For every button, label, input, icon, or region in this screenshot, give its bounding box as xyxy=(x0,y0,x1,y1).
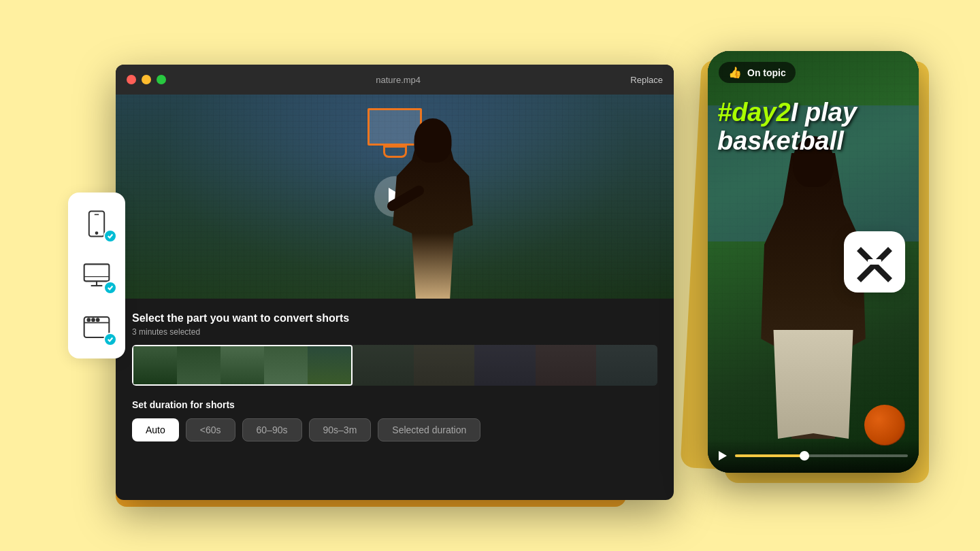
frame-3 xyxy=(220,346,264,384)
frame-7 xyxy=(414,345,475,386)
device-item-mobile[interactable] xyxy=(79,206,114,241)
video-editor-window: nature.mp4 Replace xyxy=(116,65,674,500)
minimize-button[interactable] xyxy=(142,75,151,84)
file-name: nature.mp4 xyxy=(376,75,421,85)
duration-auto-button[interactable]: Auto xyxy=(132,418,179,441)
device-item-desktop[interactable] xyxy=(79,258,114,293)
desktop-check-badge xyxy=(103,281,117,295)
maximize-button[interactable] xyxy=(157,75,166,84)
hashtag-symbol: # xyxy=(717,98,732,127)
progress-fill xyxy=(735,454,804,457)
video-controls-area: Select the part you want to convert shor… xyxy=(116,299,674,455)
device-item-browser[interactable] xyxy=(79,310,114,345)
duration-buttons: Auto <60s 60–90s 90s–3m Selected duratio… xyxy=(132,418,657,441)
duration-60-90-button[interactable]: 60–90s xyxy=(242,418,302,441)
svg-point-10 xyxy=(92,318,95,321)
select-subtitle: 3 minutes selected xyxy=(132,327,657,337)
device-sidebar xyxy=(68,193,125,358)
frame-2 xyxy=(177,346,220,384)
phone-athlete-shorts xyxy=(769,330,858,439)
duration-selected-button[interactable]: Selected duration xyxy=(378,418,480,441)
video-preview xyxy=(116,95,674,299)
basketball-line-1 xyxy=(864,405,905,446)
check-icon-2 xyxy=(107,284,114,291)
phone-preview-container: 👍 On topic #day2I play basketball xyxy=(708,51,919,473)
selected-frames xyxy=(133,346,351,384)
frame-8 xyxy=(474,345,536,386)
timeline-strip[interactable] xyxy=(132,345,657,386)
on-topic-text: On topic xyxy=(747,67,786,78)
check-icon-3 xyxy=(107,336,114,343)
athlete-figure xyxy=(338,122,528,299)
capcut-logo xyxy=(844,231,905,293)
hashtag-line: #day2I play basketball xyxy=(717,99,909,156)
window-controls xyxy=(127,75,166,84)
phone-play-button[interactable] xyxy=(719,451,727,461)
timeline-rest xyxy=(353,345,657,386)
window-titlebar: nature.mp4 Replace xyxy=(116,65,674,95)
frame-9 xyxy=(536,345,597,386)
select-title: Select the part you want to convert shor… xyxy=(132,312,657,324)
on-topic-badge: 👍 On topic xyxy=(719,62,796,83)
phone-hashtag-overlay: #day2I play basketball xyxy=(717,99,909,156)
svg-point-2 xyxy=(95,232,97,234)
timeline-selected-region[interactable] xyxy=(132,345,353,386)
frame-5 xyxy=(308,346,351,384)
main-container: nature.mp4 Replace xyxy=(48,31,932,520)
svg-rect-12 xyxy=(868,259,881,265)
hashtag-day-text: day2 xyxy=(732,98,791,127)
frame-6 xyxy=(353,345,414,386)
frame-4 xyxy=(264,346,308,384)
svg-point-11 xyxy=(97,318,99,321)
athlete-head xyxy=(414,118,452,163)
replace-button[interactable]: Replace xyxy=(630,75,663,85)
frame-1 xyxy=(133,346,177,384)
svg-point-9 xyxy=(87,318,90,321)
frame-10 xyxy=(596,345,657,386)
duration-90-3m-button[interactable]: 90s–3m xyxy=(309,418,372,441)
check-icon xyxy=(107,233,114,239)
capcut-logo-icon xyxy=(854,241,895,282)
basketball xyxy=(864,405,905,446)
mobile-check-badge xyxy=(103,229,117,243)
duration-lt60-button[interactable]: <60s xyxy=(186,418,235,441)
browser-check-badge xyxy=(103,333,117,346)
close-button[interactable] xyxy=(127,75,136,84)
thumbs-up-icon: 👍 xyxy=(728,66,742,79)
duration-section: Set duration for shorts Auto <60s 60–90s… xyxy=(132,399,657,441)
progress-track[interactable] xyxy=(735,454,908,457)
progress-thumb[interactable] xyxy=(800,451,809,461)
svg-rect-3 xyxy=(84,264,110,281)
video-background xyxy=(116,95,674,299)
duration-title: Set duration for shorts xyxy=(132,399,657,410)
